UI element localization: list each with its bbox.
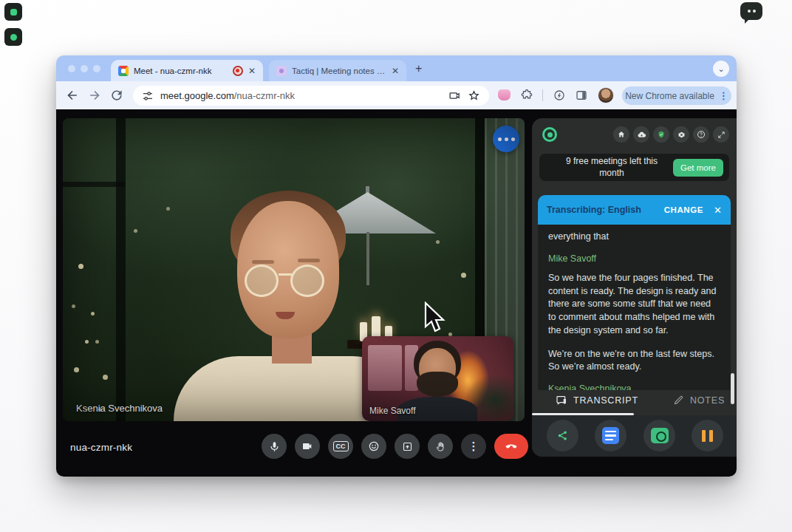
sidebar-action-bar [532,415,737,457]
chat-bubble-icon[interactable] [740,2,762,20]
share-button[interactable] [547,420,578,451]
home-icon[interactable] [613,126,629,143]
new-tab-button[interactable]: + [415,62,422,75]
tab-title: Tactiq | Meeting notes powe [292,66,386,75]
address-bar[interactable]: meet.google.com/nua-czmr-nkk [133,86,489,106]
free-meetings-label: 9 free meetings left this month [553,156,671,179]
camera-icon [651,428,669,443]
pause-button[interactable] [692,420,723,451]
mic-button[interactable] [262,434,287,459]
extensions-puzzle-icon[interactable] [520,89,533,102]
meet-page: Ksenia Svechnikova Mike Savoff nua-czmr-… [56,109,737,477]
transcript-text: So we have the four pages finished. The … [548,272,720,338]
eyebrow [298,259,320,262]
free-meetings-card: 9 free meetings left this month Get more [539,154,729,181]
captions-button[interactable]: CC [328,434,353,459]
chat-icon [556,395,567,406]
window-zoom-button[interactable] [93,65,100,72]
transcript-speaker: Ksenia Svechnikova [548,383,720,390]
browser-toolbar: meet.google.com/nua-czmr-nkk New Chrome … [56,81,737,109]
tab-strip: Meet - nua-czmr-nkk ✕ Tactiq | Meeting n… [56,55,737,81]
string-lights [63,118,66,122]
camera-allowed-icon[interactable] [448,89,461,102]
eyebrow [252,260,274,264]
present-button[interactable] [395,434,420,459]
pip-name-label: Mike Savoff [369,406,415,416]
settings-gear-icon[interactable] [673,126,689,143]
green-dot-icon [10,34,17,41]
pip-video-tile[interactable]: Mike Savoff [362,336,513,421]
banner-close-icon[interactable]: ✕ [714,205,722,216]
docs-icon [602,427,619,444]
tactiq-sidebar: 9 free meetings left this month Get more… [532,118,737,457]
update-label: New Chrome available [625,91,714,101]
pip-beard [417,372,458,397]
pause-icon [702,430,713,442]
reactions-button[interactable] [361,434,386,459]
upload-cloud-icon[interactable] [633,126,649,143]
screenshot-button[interactable] [644,420,675,451]
tab-tactiq[interactable]: Tactiq | Meeting notes powe ✕ [269,60,406,81]
url-text: meet.google.com/nua-czmr-nkk [160,90,295,101]
recording-indicator-icon [233,66,243,76]
tab-close-icon[interactable]: ✕ [248,66,256,76]
meet-control-bar: nua-czmr-nkk CC ⋮ [56,421,532,477]
participant-name-label: Ksenia Svechnikova [76,403,163,414]
expand-collapse-icon[interactable] [713,126,729,143]
tab-search-chevron-icon[interactable]: ⌄ [713,61,729,77]
forward-button[interactable] [87,88,102,103]
more-options-button[interactable]: ⋮ [461,434,486,459]
tab-notes[interactable]: NOTES [673,395,725,406]
end-call-button[interactable] [494,434,528,459]
sidebar-tabs: TRANSCRIPT NOTES [532,390,737,415]
tab-transcript[interactable]: TRANSCRIPT [556,395,638,406]
toolbar-divider [542,89,543,101]
transcript-text: We’re on the we’re on the last few steps… [548,348,720,375]
back-button[interactable] [65,88,80,103]
transcript-text: everything that [548,231,720,244]
tab-label: TRANSCRIPT [573,395,638,406]
tactiq-extension-icon[interactable] [498,89,511,100]
main-video-tile[interactable]: Ksenia Svechnikova Mike Savoff [63,118,525,421]
pip-window [368,345,402,391]
browser-menu-kebab-icon[interactable]: ⋮ [719,90,728,101]
raise-hand-button[interactable] [428,434,453,459]
help-icon[interactable] [693,126,709,143]
tab-title: Meet - nua-czmr-nkk [134,66,228,75]
transcribing-label: Transcribing: English [547,205,641,215]
transcript-speaker: Mike Savoff [548,253,720,264]
camera-button[interactable] [295,434,320,459]
lens-extension-icon[interactable] [553,89,566,102]
window-close-button[interactable] [68,65,75,72]
side-panel-icon[interactable] [575,89,588,102]
tactiq-header [532,118,737,151]
tab-label: NOTES [690,395,725,406]
transcribing-banner: Transcribing: English CHANGE ✕ [538,195,731,225]
chrome-update-button[interactable]: New Chrome available ⋮ [622,86,731,105]
tactiq-logo-icon [542,127,557,142]
tactiq-favicon-icon [276,66,287,76]
scene-window-bar [63,182,126,187]
green-dot-icon [10,9,17,16]
get-more-button[interactable]: Get more [673,159,723,177]
messages-floating-button[interactable] [493,126,519,152]
recorder-widget-icon-2[interactable] [4,28,22,46]
reload-button[interactable] [109,88,124,103]
recorder-widget-icon[interactable] [4,3,22,21]
window-minimize-button[interactable] [81,65,88,72]
mouse-cursor [423,301,448,334]
browser-window: Meet - nua-czmr-nkk ✕ Tactiq | Meeting n… [56,55,737,477]
transcript-panel[interactable]: everything that Mike Savoff So we have t… [538,225,731,390]
scene-door-frame [116,118,126,421]
share-icon [556,429,569,442]
shield-check-icon[interactable] [653,126,669,143]
glasses [245,265,332,299]
change-language-button[interactable]: CHANGE [664,205,703,214]
google-docs-button[interactable] [595,420,627,451]
profile-avatar[interactable] [598,87,614,103]
tab-meet[interactable]: Meet - nua-czmr-nkk ✕ [111,60,263,81]
tab-close-icon[interactable]: ✕ [392,66,399,76]
meeting-code-label: nua-czmr-nkk [70,442,132,453]
bookmark-star-icon[interactable] [468,89,480,102]
site-settings-icon[interactable] [142,90,154,102]
